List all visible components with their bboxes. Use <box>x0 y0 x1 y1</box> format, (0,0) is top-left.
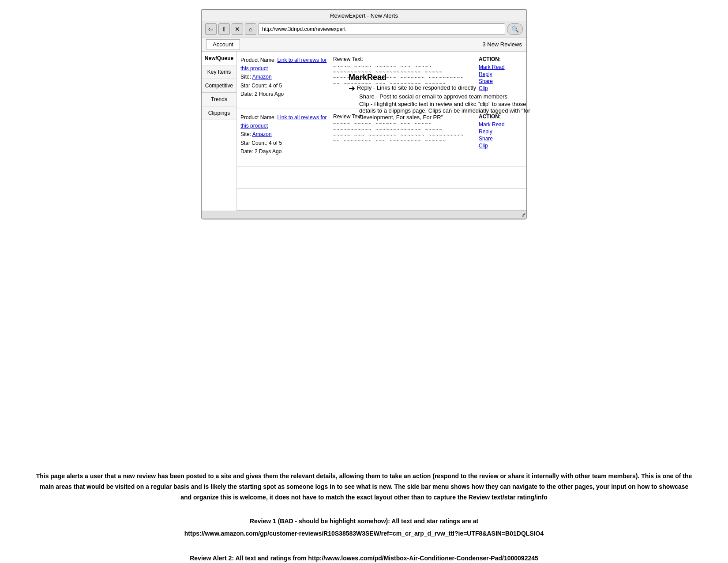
close-icon: ✕ <box>235 26 240 33</box>
arrow-icon: ➜ <box>349 84 355 92</box>
date-1: Date: 2 Hours Ago <box>240 91 284 97</box>
scroll-indicator: ∕∕ <box>523 212 525 218</box>
review2-line: Review Alert 2: All text and ratings fro… <box>35 552 693 563</box>
review-2-squig-3: ~~~~~ ~~~ ~~~~~~~~ ~~~~~~~ ~~~~~~~~~~ <box>333 133 474 138</box>
review1-line: Review 1 (BAD - should be highlight some… <box>35 515 693 540</box>
review-1-squig-1: ~~~~~ ~~~~~ ~~~~~~ ~~~ ~~~~~ <box>333 64 474 69</box>
sidebar-item-trends[interactable]: Trends <box>202 93 236 106</box>
scrollbar[interactable]: ∕∕ <box>202 211 526 219</box>
new-reviews-count: 3 New Reviews <box>482 41 522 48</box>
product-name-label-1: Product Name: <box>240 57 277 63</box>
review-2-squig-1: ~~~~~ ~~~~~ ~~~~~~ ~~~ ~~~~~ <box>333 121 474 126</box>
app-content: Account 3 New Reviews New/Queue Key Item… <box>202 38 526 219</box>
annotation-reply: Reply - Links to site to be responded to… <box>357 84 476 91</box>
review-1-product-info: Product Name: Link to all reviews for th… <box>240 56 329 104</box>
forward-icon: ⇧ <box>221 26 227 33</box>
browser-titlebar: ReviewExpert - New Alerts <box>202 10 526 21</box>
review-links-section: Review 1 (BAD - should be highlight some… <box>0 515 728 563</box>
empty-row-1 <box>237 166 526 189</box>
star-count-2: Star Count: 4 of 5 <box>240 140 282 146</box>
annotation-share-line: Share - Post to social or email to appro… <box>349 93 538 100</box>
review-2-text-area: Review Text: ~~~~~ ~~~~~ ~~~~~~ ~~~ ~~~~… <box>329 113 479 162</box>
review-2-clip[interactable]: Clip <box>479 143 523 149</box>
review-2-squig-4: ~~ ~~~~~~~~ ~~~ ~~~~~~~~~ ~~~~~~ <box>333 139 474 144</box>
search-icon: 🔍 <box>511 26 519 33</box>
review-2-share[interactable]: Share <box>479 136 523 142</box>
sidebar: New/Queue Key Items Competitive Trends C… <box>202 52 237 211</box>
review-2-actions: ACTION: Mark Read Reply Share Clip <box>479 113 523 162</box>
site-label-1: Site: <box>240 74 252 80</box>
site-link-1[interactable]: Amazon <box>252 74 272 80</box>
sidebar-item-new-queue[interactable]: New/Queue <box>202 52 236 65</box>
review-1-action-label: ACTION: <box>479 56 523 62</box>
browser-title: ReviewExpert - New Alerts <box>330 12 398 19</box>
sidebar-item-clippings[interactable]: Clippings <box>202 106 236 120</box>
review-1-mark-read[interactable]: Mark Read <box>479 64 523 70</box>
home-icon: ⌂ <box>249 26 252 33</box>
app-topbar: Account 3 New Reviews <box>202 38 526 52</box>
product-name-label-2: Product Name: <box>240 114 277 121</box>
annotation-mark-read: MarkRead <box>349 73 387 83</box>
account-tab[interactable]: Account <box>206 39 240 49</box>
site-label-2: Site: <box>240 131 252 137</box>
review-text-label-1: Review Text: <box>333 56 474 62</box>
review-2-product-info: Product Name: Link to all reviews for th… <box>240 113 329 162</box>
back-button[interactable]: ⇦ <box>205 23 217 35</box>
sidebar-item-key-items[interactable]: Key Items <box>202 65 236 79</box>
close-button[interactable]: ✕ <box>232 23 243 35</box>
date-2: Date: 2 Days Ago <box>240 148 281 155</box>
review-2-squig-2: ~~~~~~~~~~~ ~~~~~~~~~~~~~ ~~~~~ <box>333 127 474 132</box>
back-icon: ⇦ <box>208 26 214 33</box>
search-button[interactable]: 🔍 <box>507 23 523 35</box>
annotation-panel: MarkRead ➜ Reply - Links to site to be r… <box>349 73 538 121</box>
sidebar-item-competitive[interactable]: Competitive <box>202 79 236 93</box>
home-button[interactable]: ⌂ <box>245 23 256 35</box>
site-link-2[interactable]: Amazon <box>252 131 272 137</box>
description-section: This page alerts a user that a new revie… <box>0 467 728 507</box>
annotation-clip-line: Clip - Highlight specific text in review… <box>349 101 538 121</box>
forward-button[interactable]: ⇧ <box>218 23 230 35</box>
review-2-reply[interactable]: Reply <box>479 128 523 135</box>
browser-toolbar: ⇦ ⇧ ✕ ⌂ 🔍 <box>202 21 526 38</box>
address-bar[interactable] <box>258 23 505 35</box>
review-2-mark-read[interactable]: Mark Read <box>479 121 523 128</box>
star-count-1: Star Count: 4 of 5 <box>240 83 282 89</box>
empty-row-2 <box>237 189 526 211</box>
